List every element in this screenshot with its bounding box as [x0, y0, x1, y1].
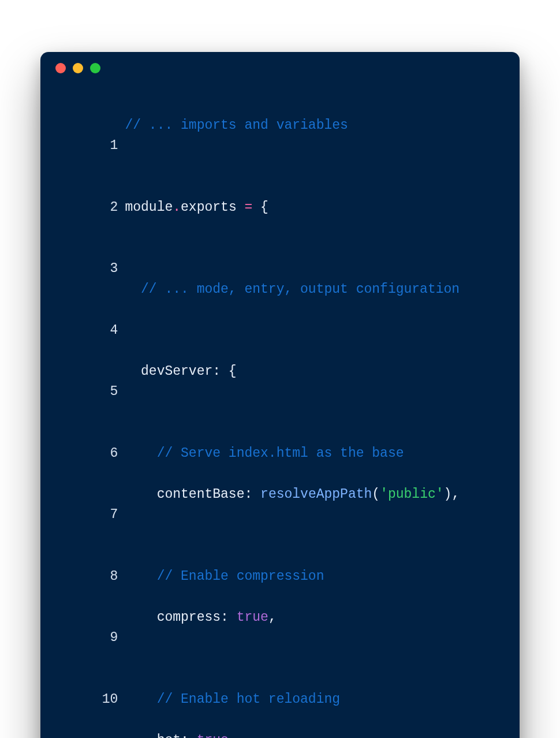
line-number: 9	[54, 628, 118, 648]
line-number: 1	[54, 136, 118, 156]
code-line: // Serve index.html as the base	[125, 443, 500, 464]
line-number: 6	[54, 443, 118, 464]
token-string: public	[388, 487, 436, 502]
code-line: contentBase: resolveAppPath('public'),	[125, 484, 500, 505]
token: ),	[444, 487, 460, 502]
line-number: 10	[54, 689, 118, 710]
line-number: 3	[54, 259, 118, 279]
token: =	[244, 200, 252, 215]
code-line	[125, 320, 500, 341]
code-window: 1 2 3 4 5 6 7 8 9 10 11 12 13 14 15 16 1…	[40, 52, 520, 738]
minimize-icon[interactable]	[73, 63, 83, 73]
comment: // Enable hot reloading	[125, 692, 340, 707]
token: {	[252, 200, 268, 215]
code-content[interactable]: // ... imports and variables module.expo…	[125, 95, 500, 738]
comment: // Enable compression	[125, 569, 324, 584]
comment: // ... imports and variables	[125, 118, 348, 133]
code-line	[125, 525, 500, 546]
stage: 1 2 3 4 5 6 7 8 9 10 11 12 13 14 15 16 1…	[0, 0, 560, 738]
token: ,	[229, 733, 237, 739]
token: : {	[212, 364, 236, 379]
token: module	[125, 200, 173, 215]
token: :	[221, 610, 237, 625]
code-line: // Enable hot reloading	[125, 689, 500, 710]
token-boolean: true	[237, 610, 268, 625]
token: (	[372, 487, 380, 502]
line-number: 8	[54, 566, 118, 587]
line-number: 2	[54, 197, 118, 218]
zoom-icon[interactable]	[90, 63, 100, 73]
code-line: // ... imports and variables	[125, 115, 500, 136]
token: contentBase	[125, 487, 244, 502]
token: hot	[125, 733, 181, 739]
code-line	[125, 238, 500, 259]
token-string: '	[436, 487, 444, 502]
code-line: devServer: {	[125, 361, 500, 382]
token: :	[244, 487, 260, 502]
line-number-gutter: 1 2 3 4 5 6 7 8 9 10 11 12 13 14 15 16 1…	[54, 95, 125, 738]
code-line	[125, 402, 500, 423]
line-number: 7	[54, 505, 118, 525]
token: .	[173, 200, 181, 215]
code-area: 1 2 3 4 5 6 7 8 9 10 11 12 13 14 15 16 1…	[40, 84, 520, 738]
token: exports	[181, 200, 244, 215]
code-line: compress: true,	[125, 607, 500, 628]
token: :	[181, 733, 197, 739]
code-line: // Enable compression	[125, 566, 500, 587]
code-line	[125, 156, 500, 177]
token: devServer	[125, 364, 212, 379]
line-number: 4	[54, 320, 118, 341]
token-boolean: true	[197, 733, 229, 739]
code-line: // ... mode, entry, output configuration	[125, 279, 500, 300]
token-function: resolveAppPath	[260, 487, 372, 502]
comment: // ... mode, entry, output configuration	[125, 282, 460, 297]
token: ,	[268, 610, 277, 625]
code-line: module.exports = {	[125, 197, 500, 218]
close-icon[interactable]	[55, 63, 66, 73]
token: compress	[125, 610, 221, 625]
window-titlebar	[40, 52, 520, 84]
comment: // Serve index.html as the base	[125, 446, 404, 461]
line-number: 5	[54, 382, 118, 402]
token-string: '	[380, 487, 388, 502]
code-line	[125, 648, 500, 669]
code-line: hot: true,	[125, 730, 500, 739]
